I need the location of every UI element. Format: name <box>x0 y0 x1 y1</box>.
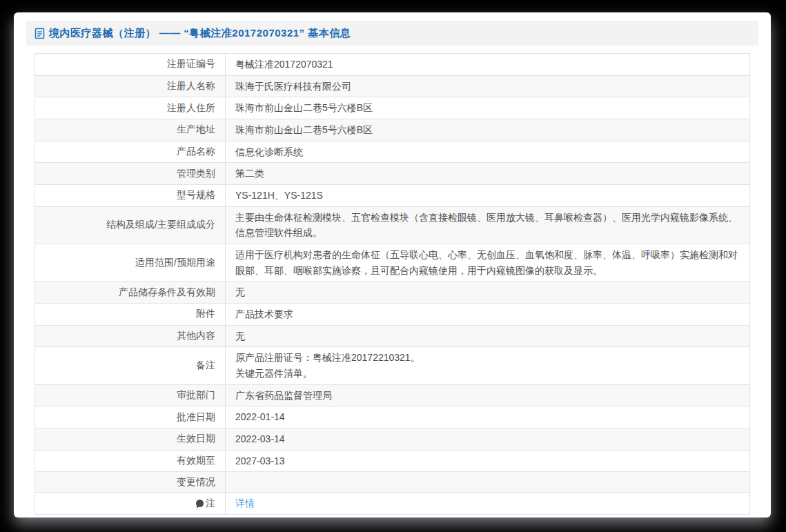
row-label-text: 结构及组成/主要组成成分 <box>106 219 215 230</box>
row-value: 无 <box>226 325 750 347</box>
row-label: 产品储存条件及有效期 <box>35 282 226 304</box>
row-value: 无 <box>226 282 750 304</box>
row-label: 型号规格 <box>35 185 226 207</box>
content-card: 境内医疗器械（注册） —— “粤械注准20172070321” 基本信息 注册证… <box>14 12 771 518</box>
document-icon <box>35 28 45 39</box>
row-value: 适用于医疗机构对患者的生命体征（五导联心电、心率、无创血压、血氧饱和度、脉率、体… <box>226 244 750 282</box>
table-row: 附件 产品技术要求 <box>35 304 750 326</box>
row-label-text: 其他内容 <box>177 330 215 341</box>
row-label: 备注 <box>35 347 226 384</box>
table-row: 变更情况 <box>35 472 750 493</box>
row-label: 产品名称 <box>35 141 226 163</box>
row-label-text: 附件 <box>196 308 215 319</box>
page-header: 境内医疗器械（注册） —— “粤械注准20172070321” 基本信息 <box>26 21 758 46</box>
row-label-text: 有效期至 <box>177 455 215 466</box>
row-label-text: 型号规格 <box>177 189 215 200</box>
row-label-text: 生效日期 <box>177 433 215 444</box>
row-label: 审批部门 <box>35 384 226 406</box>
row-label: 结构及组成/主要组成成分 <box>35 206 226 244</box>
table-row: 批准日期 2022-01-14 <box>35 406 750 428</box>
row-label-text: 注册人名称 <box>167 80 215 91</box>
row-label: 生产地址 <box>35 119 226 141</box>
table-row: 注册人住所 珠海市前山金山二巷5号六楼B区 <box>35 97 750 119</box>
table-row: 审批部门 广东省药品监督管理局 <box>35 384 750 406</box>
row-label: 注册证编号 <box>35 54 226 76</box>
row-label: 批准日期 <box>35 406 226 428</box>
row-value: 2022-01-14 <box>226 406 750 428</box>
row-label: 其他内容 <box>35 325 226 347</box>
table-row: 注册证编号 粤械注准20172070321 <box>35 54 750 76</box>
row-value: 广东省药品监督管理局 <box>226 384 750 406</box>
row-label: 有效期至 <box>35 450 226 472</box>
row-value: 原产品注册证号：粤械注准20172210321。 关键元器件清单。 <box>226 347 750 384</box>
row-label-text: 注 <box>206 497 215 509</box>
table-row: 注 详情 <box>35 493 750 515</box>
row-label: 生效日期 <box>35 428 226 451</box>
row-label-text: 适用范围/预期用途 <box>135 257 215 268</box>
row-label-text: 变更情况 <box>177 476 215 487</box>
row-value: 信息化诊断系统 <box>226 141 750 163</box>
table-row: 适用范围/预期用途 适用于医疗机构对患者的生命体征（五导联心电、心率、无创血压、… <box>35 244 750 282</box>
row-label: 变更情况 <box>35 472 226 493</box>
row-value: 2022-03-14 <box>226 428 750 451</box>
page-title: 境内医疗器械（注册） —— “粤械注准20172070321” 基本信息 <box>49 27 351 40</box>
table-row: 其他内容 无 <box>35 325 750 347</box>
row-label: 附件 <box>35 304 226 326</box>
table-row: 型号规格 YS-121H、YS-121S <box>35 185 750 207</box>
row-label-text: 备注 <box>196 359 215 371</box>
table-row: 管理类别 第二类 <box>35 163 750 185</box>
registration-table-body: 注册证编号 粤械注准20172070321 注册人名称 珠海于氏医疗科技有限公司… <box>35 54 750 515</box>
registration-table: 注册证编号 粤械注准20172070321 注册人名称 珠海于氏医疗科技有限公司… <box>35 53 750 515</box>
row-value <box>226 472 750 493</box>
row-label: 适用范围/预期用途 <box>35 244 226 282</box>
detail-link[interactable]: 详情 <box>235 497 255 509</box>
table-row: 产品名称 信息化诊断系统 <box>35 141 750 163</box>
note-icon <box>196 500 204 507</box>
table-row: 生效日期 2022-03-14 <box>35 428 750 451</box>
row-value: 产品技术要求 <box>226 304 750 326</box>
row-value: 主要由生命体征检测模块、五官检查模块（含直接检眼镜、医用放大镜、耳鼻喉检查器）、… <box>226 206 750 244</box>
table-row: 有效期至 2027-03-13 <box>35 450 750 472</box>
row-label: 注册人名称 <box>35 75 226 97</box>
row-value: 珠海市前山金山二巷5号六楼B区 <box>226 97 750 119</box>
row-value: 粤械注准20172070321 <box>226 54 750 76</box>
table-row: 生产地址 珠海市前山金山二巷5号六楼B区 <box>35 119 750 141</box>
row-label-text: 审批部门 <box>177 389 215 400</box>
row-value: 珠海于氏医疗科技有限公司 <box>226 75 750 97</box>
row-label-text: 注册证编号 <box>167 58 215 69</box>
row-value: YS-121H、YS-121S <box>226 185 750 207</box>
row-value: 第二类 <box>226 163 750 185</box>
row-label-text: 管理类别 <box>177 168 215 179</box>
row-label-text: 产品储存条件及有效期 <box>119 286 215 297</box>
row-value: 2027-03-13 <box>226 450 750 472</box>
row-label-text: 注册人住所 <box>167 102 215 113</box>
table-row: 产品储存条件及有效期 无 <box>35 282 750 304</box>
table-row: 备注 原产品注册证号：粤械注准20172210321。 关键元器件清单。 <box>35 347 750 384</box>
row-label: 注册人住所 <box>35 97 226 119</box>
table-wrap: 注册证编号 粤械注准20172070321 注册人名称 珠海于氏医疗科技有限公司… <box>35 53 750 515</box>
row-label-text: 产品名称 <box>177 146 215 157</box>
table-row: 注册人名称 珠海于氏医疗科技有限公司 <box>35 75 750 97</box>
row-label-text: 生产地址 <box>177 124 215 135</box>
row-label: 注 <box>35 493 226 515</box>
row-label: 管理类别 <box>35 163 226 185</box>
row-value: 详情 <box>226 493 750 515</box>
row-value: 珠海市前山金山二巷5号六楼B区 <box>226 119 750 141</box>
table-row: 结构及组成/主要组成成分 主要由生命体征检测模块、五官检查模块（含直接检眼镜、医… <box>35 206 750 244</box>
row-label-text: 批准日期 <box>177 411 215 422</box>
